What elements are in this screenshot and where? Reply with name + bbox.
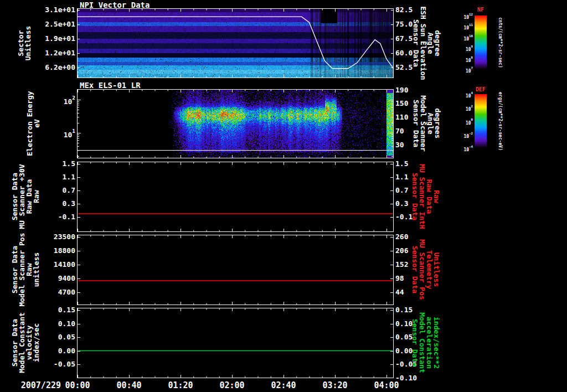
npi-colorbar-tick: 108	[453, 56, 473, 61]
els-colorbar-tick: 10-2	[453, 132, 473, 137]
axis-label-line: MU Scanner Pos	[419, 239, 426, 300]
x-axis-date-label: 2007/229	[10, 381, 61, 390]
mu30v-panel	[77, 162, 394, 232]
els-panel-title: MEx ELS-01 LR	[80, 81, 141, 90]
npi-right-axis-label: degreeAngleESH Sun ElevationSensor Data	[413, 6, 441, 80]
npi-left-axis-label: SectorUnitless	[17, 26, 32, 61]
npi-colorbar-tick: 1010	[453, 35, 473, 40]
els-left-axis-label: Electron EnergyeV	[26, 91, 40, 156]
els-colorbar-tick: 10-4	[453, 146, 473, 151]
axis-label-line: ESH Sun Elevation	[420, 6, 427, 80]
npi-colorbar	[475, 16, 487, 69]
els-colorbar-tick: 100	[453, 119, 473, 124]
x-axis-tick-label: 02:00	[214, 381, 250, 390]
scanpos-line-canvas	[78, 235, 393, 305]
axis-label-line: index/sec	[33, 312, 40, 373]
colorbar-unit-text: ergs/(cm**2-sr-sec-eV)	[498, 92, 503, 151]
npi-left-tick-label: 1.9e+01	[32, 35, 75, 43]
npi-colorbar-tick: 109	[453, 45, 473, 50]
axis-label-line: Sensor Data	[411, 164, 419, 229]
npi-left-tick-label: 6.2e+00	[32, 64, 75, 71]
axis-label-line: Unitless	[433, 239, 440, 300]
scanpos-left-axis-label: Sensor DataModel Scanner PosRawunitless	[11, 233, 40, 306]
els-colorbar	[475, 94, 487, 148]
axis-label-line: Sensor Data	[411, 239, 419, 300]
axis-label-line: Raw Data	[426, 164, 433, 229]
x-axis-tick-label: 00:00	[60, 381, 95, 390]
x-axis-tick-label: 00:40	[111, 381, 147, 390]
scanpos-panel	[77, 235, 394, 305]
axis-label-line: Raw	[433, 164, 440, 229]
npi-colorbar-tick: 1012	[453, 13, 473, 18]
scanpos-right-axis-label: UnitlessTelemetryMU Scanner PosSensor Da…	[411, 239, 440, 300]
velocity-right-axis-label: index/sec**2accelerationModel ConstantSe…	[411, 312, 440, 373]
axis-label-line: Angle	[427, 95, 434, 152]
npi-colorbar-title: NF	[471, 7, 491, 13]
x-axis-tick-label: 02:40	[266, 381, 301, 390]
els-panel	[77, 89, 394, 158]
axis-label-line: Angle	[427, 6, 434, 80]
els-colorbar-tick: 102	[453, 105, 473, 110]
npi-colorbar-tick: 107	[453, 67, 473, 72]
els-right-axis-label: degreesAngleModel ScannerSensor Data	[413, 95, 441, 152]
els-spectrogram-canvas	[78, 90, 393, 158]
npi-left-tick-label: 1.2e+01	[32, 49, 75, 57]
mu30v-right-axis-label: RawRaw DataMU Scanner IntHSensor Data	[411, 164, 440, 229]
axis-label-line: Sensor Data	[413, 95, 420, 152]
npi-left-tick-label: 2.5e+01	[32, 20, 75, 28]
axis-label-line: Model Constant	[419, 312, 426, 373]
npi-colorbar-unit: cnts/(cm**2-sr-sec)	[498, 17, 503, 68]
velocity-panel	[77, 308, 394, 378]
els-right-tick-label: 190	[395, 86, 426, 94]
axis-label-line: Unitless	[24, 26, 32, 61]
axis-label-line: MU Scanner IntH	[419, 164, 426, 229]
x-axis-tick-label: 04:00	[369, 381, 404, 390]
els-colorbar-unit: ergs/(cm**2-sr-sec-eV)	[498, 92, 503, 151]
axis-label-line: Model Scanner	[420, 95, 427, 152]
els-colorbar-tick: 104	[453, 92, 473, 97]
velocity-left-axis-label: Sensor DataModel Constantvelocityindex/s…	[11, 312, 40, 373]
mu30v-left-axis-label: Sensor DataMU Scanner +30VRaw DataRaw	[11, 164, 40, 229]
axis-label-line: degree	[434, 6, 441, 80]
velocity-line-canvas	[78, 308, 393, 378]
npi-spectrogram-canvas	[78, 9, 393, 78]
plot-stage: NPI Vector Data MEx ELS-01 LR NF DEF 200…	[0, 0, 567, 392]
axis-label-line: acceleration	[426, 312, 433, 373]
npi-colorbar-tick: 1011	[453, 24, 473, 29]
axis-label-line: eV	[33, 91, 40, 156]
npi-left-tick-label: 3.1e+01	[32, 6, 75, 14]
axis-label-line: unitless	[33, 233, 40, 306]
npi-panel	[77, 8, 394, 78]
axis-label-line: Telemetry	[426, 239, 433, 300]
axis-label-line: index/sec**2	[433, 312, 440, 373]
axis-label-line: degrees	[434, 95, 441, 152]
mu30v-line-canvas	[78, 162, 393, 231]
els-colorbar-title: DEF	[471, 86, 491, 92]
x-axis-tick-label: 01:20	[163, 381, 198, 390]
axis-label-line: Raw	[33, 164, 40, 229]
axis-label-line: Sensor Data	[411, 312, 419, 373]
colorbar-unit-text: cnts/(cm**2-sr-sec)	[498, 17, 503, 68]
x-axis-tick-label: 03:20	[317, 381, 353, 390]
